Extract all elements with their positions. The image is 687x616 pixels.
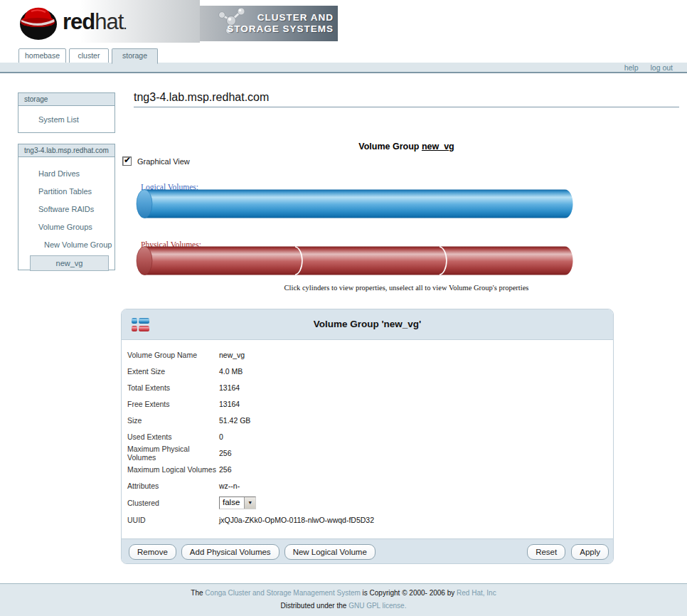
apply-button[interactable]: Apply	[571, 544, 609, 560]
property-row: Used Extents 0	[122, 428, 613, 445]
page-footer: The Conga Cluster and Storage Management…	[0, 583, 687, 616]
sidebar-system-box: tng3-4.lab.msp.redhat.com Hard Drives Pa…	[18, 144, 115, 270]
volume-group-icon	[131, 317, 150, 333]
property-row: Size 51.42 GB	[122, 412, 613, 428]
redhat-shadowman-logo-icon	[17, 3, 60, 41]
physical-volume-cylinders[interactable]	[136, 245, 581, 276]
tab-cluster[interactable]: cluster	[69, 48, 109, 63]
clustered-select[interactable]: false ▼	[219, 496, 256, 509]
cylinder-caption: Click cylinders to view properties, unse…	[134, 284, 679, 292]
remove-button[interactable]: Remove	[129, 544, 176, 560]
property-row: Maximum Physical Volumes 256	[122, 445, 613, 461]
panel-header: Volume Group 'new_vg'	[122, 309, 613, 340]
sidebar-item-volume-groups[interactable]: Volume Groups	[18, 223, 114, 231]
sidebar-item-software-raids[interactable]: Software RAIDs	[18, 205, 114, 213]
sidebar-item-new-vg[interactable]: new_vg	[30, 255, 109, 271]
volume-group-heading: Volume Group new_vg	[134, 142, 679, 152]
page-title: tng3-4.lab.msp.redhat.com	[134, 91, 269, 104]
gnu-gpl-link[interactable]: GNU GPL license.	[348, 602, 406, 610]
banner-title: CLUSTER AND STORAGE SYSTEMS	[227, 12, 334, 35]
sidebar-item-system-list[interactable]: System List	[18, 115, 114, 124]
volume-group-name-link[interactable]: new_vg	[422, 142, 454, 152]
cluster-storage-banner: CLUSTER AND STORAGE SYSTEMS	[200, 6, 338, 41]
graphical-view-label: Graphical View	[137, 157, 190, 166]
page: redhat. CLUSTER AND STORAGE SYSTEMS home…	[0, 0, 687, 616]
conga-link[interactable]: Conga Cluster and Storage Management Sys…	[205, 589, 360, 597]
reset-button[interactable]: Reset	[527, 544, 565, 560]
redhat-link[interactable]: Red Hat, Inc	[457, 589, 496, 597]
property-row: Total Extents 13164	[122, 379, 613, 395]
chevron-down-icon: ▼	[244, 497, 255, 509]
redhat-wordmark: redhat.	[63, 9, 127, 35]
logout-link[interactable]: log out	[650, 63, 673, 72]
sidebar-storage-box: storage System List	[18, 92, 115, 133]
tab-homebase[interactable]: homebase	[18, 48, 66, 63]
panel-body: Volume Group Name new_vg Extent Size 4.0…	[122, 340, 613, 538]
sidebar-item-hard-drives[interactable]: Hard Drives	[18, 169, 114, 178]
sidebar-item-new-volume-group[interactable]: New Volume Group	[18, 240, 114, 249]
panel-title: Volume Group 'new_vg'	[122, 309, 613, 339]
graphical-view-checkbox[interactable]: ✔	[122, 156, 132, 166]
property-row: Attributes wz--n-	[122, 477, 613, 494]
panel-footer: Remove Add Physical Volumes New Logical …	[122, 538, 613, 564]
property-row: Free Extents 13164	[122, 395, 613, 412]
property-row: Maximum Logical Volumes 256	[122, 461, 613, 477]
new-logical-volume-button[interactable]: New Logical Volume	[284, 544, 376, 560]
session-bar: help log out	[0, 63, 687, 73]
property-row: Volume Group Name new_vg	[122, 346, 613, 363]
help-link[interactable]: help	[624, 63, 639, 72]
sidebar-system-title: tng3-4.lab.msp.redhat.com	[18, 144, 114, 157]
property-row-clustered: Clustered false ▼	[122, 494, 613, 511]
logical-volume-cylinder[interactable]	[136, 188, 581, 219]
header: redhat.	[0, 0, 200, 43]
sidebar-item-partition-tables[interactable]: Partition Tables	[18, 187, 114, 196]
volume-group-panel: Volume Group 'new_vg' Volume Group Name …	[121, 309, 614, 564]
graphical-view-row: ✔ Graphical View	[122, 156, 190, 166]
tab-storage[interactable]: storage	[112, 48, 158, 64]
sidebar-storage-title: storage	[18, 93, 114, 106]
property-row-uuid: UUID jxQJ0a-ZKk0-OpMO-0118-nlwO-wwqd-fD5…	[122, 511, 613, 528]
property-row: Extent Size 4.0 MB	[122, 363, 613, 379]
add-physical-volumes-button[interactable]: Add Physical Volumes	[181, 544, 279, 560]
title-rule	[134, 107, 679, 107]
